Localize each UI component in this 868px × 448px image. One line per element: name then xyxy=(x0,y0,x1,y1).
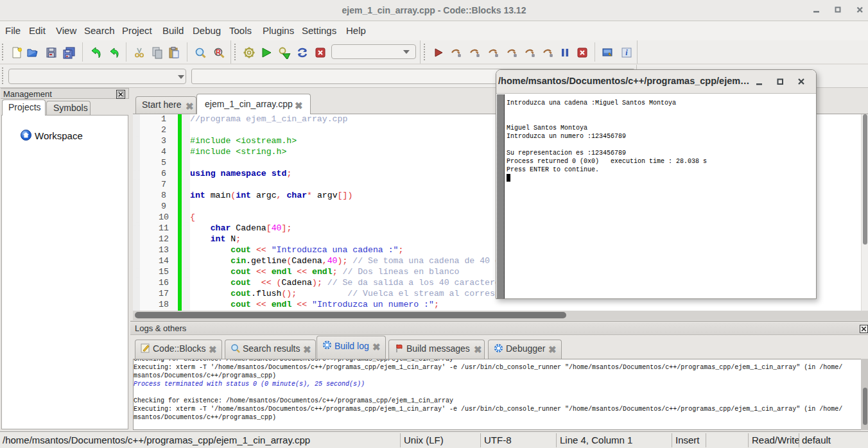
svg-text:R: R xyxy=(216,48,221,56)
